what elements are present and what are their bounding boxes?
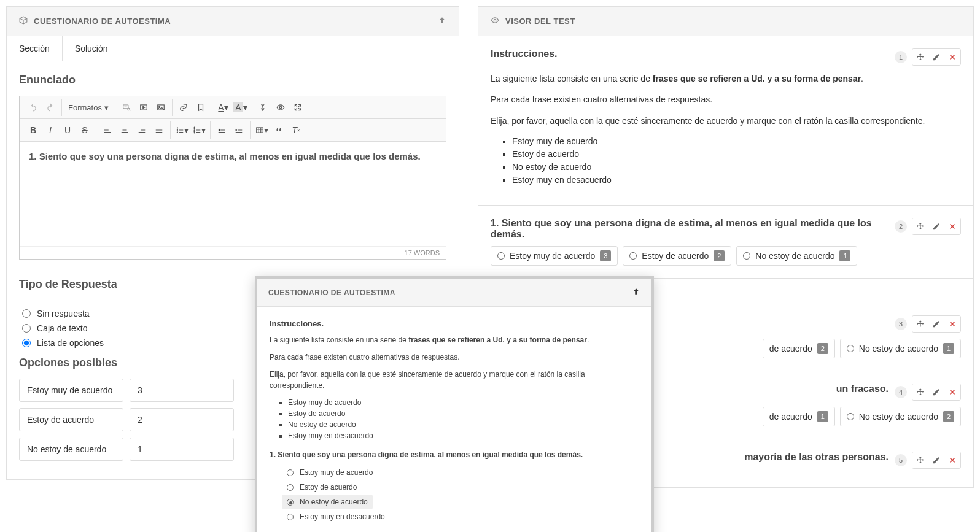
delete-icon[interactable] xyxy=(944,316,960,332)
modal-answer-option[interactable]: Estoy muy en desacuerdo xyxy=(282,509,639,524)
question-title: Instrucciones. xyxy=(491,48,889,60)
score-badge: 1 xyxy=(943,343,954,354)
modal-bullet-list: Estoy muy de acuerdo Estoy de acuerdo No… xyxy=(270,397,639,441)
svg-text:3: 3 xyxy=(193,131,195,134)
modal-answers: Estoy muy de acuerdo Estoy de acuerdo No… xyxy=(270,465,639,524)
formats-dropdown[interactable]: Formatos ▾ xyxy=(64,99,112,116)
question-text: Elija, por favor, aquella con la que est… xyxy=(491,114,961,128)
svg-point-7 xyxy=(177,132,177,133)
redo-icon[interactable] xyxy=(42,99,59,116)
score-badge: 1 xyxy=(817,411,828,422)
editor-toolbar: Formatos ▾ A ▾ A ▾ xyxy=(20,96,446,119)
number-list-icon[interactable]: 123 ▾ xyxy=(190,121,208,139)
align-left-icon[interactable] xyxy=(99,121,116,139)
rich-text-editor: Formatos ▾ A ▾ A ▾ xyxy=(19,96,446,260)
answer-chip[interactable]: No estoy de acuerdo1 xyxy=(736,246,857,266)
underline-icon[interactable]: U xyxy=(59,121,76,139)
delete-icon[interactable] xyxy=(944,384,960,400)
collapse-icon[interactable] xyxy=(438,16,446,26)
edit-icon[interactable] xyxy=(928,49,944,65)
answer-chip[interactable]: No estoy de acuerdo1 xyxy=(840,339,961,358)
text-color-icon[interactable]: A ▾ xyxy=(215,99,232,116)
visor-header: VISOR DEL TEST xyxy=(478,7,973,36)
bookmark-icon[interactable] xyxy=(192,99,209,116)
preview-modal: CUESTIONARIO DE AUTOESTIMA Instrucciones… xyxy=(255,276,654,532)
align-right-icon[interactable] xyxy=(133,121,150,139)
radio-icon xyxy=(287,499,294,506)
search-replace-icon[interactable] xyxy=(118,99,135,116)
question-number-badge: 5 xyxy=(895,454,907,466)
preview-icon[interactable] xyxy=(272,99,289,116)
modal-answer-option[interactable]: No estoy de acuerdo xyxy=(282,495,373,509)
radio-textbox[interactable] xyxy=(22,324,31,333)
question-text: La siguiente lista consiste en una serie… xyxy=(491,72,961,85)
bullet-list-icon[interactable]: ▾ xyxy=(173,121,190,139)
table-icon[interactable]: ▾ xyxy=(253,121,270,139)
option-text-input[interactable] xyxy=(19,438,123,461)
score-badge: 2 xyxy=(943,411,954,422)
editor-content-area[interactable]: 1. Siento que soy una persona digna de e… xyxy=(20,142,446,246)
score-badge: 2 xyxy=(817,343,828,354)
answer-chip[interactable]: Estoy muy de acuerdo3 xyxy=(491,246,618,266)
move-icon[interactable] xyxy=(912,218,928,234)
undo-icon[interactable] xyxy=(25,99,42,116)
radio-no-response[interactable] xyxy=(22,309,31,318)
modal-answer-option[interactable]: Estoy muy de acuerdo xyxy=(282,465,639,480)
delete-icon[interactable] xyxy=(944,49,960,65)
move-icon[interactable] xyxy=(912,384,928,400)
find-icon[interactable] xyxy=(255,99,272,116)
outdent-icon[interactable] xyxy=(213,121,230,139)
question-title: 1. Siento que soy una persona digna de e… xyxy=(491,218,889,240)
option-value-input[interactable] xyxy=(130,438,234,461)
modal-title: CUESTIONARIO DE AUTOESTIMA xyxy=(268,288,395,297)
option-value-input[interactable] xyxy=(130,408,234,431)
radio-label: Caja de texto xyxy=(37,323,88,333)
modal-text: Para cada frase existen cuatro alternati… xyxy=(270,352,639,363)
option-text-input[interactable] xyxy=(19,379,123,402)
option-value-input[interactable] xyxy=(130,379,234,402)
question-text: Para cada frase existen cuatro alternati… xyxy=(491,93,961,106)
svg-rect-11 xyxy=(256,128,263,133)
clear-format-icon[interactable]: T× xyxy=(287,121,305,139)
move-icon[interactable] xyxy=(912,316,928,332)
quote-icon[interactable] xyxy=(270,121,287,139)
radio-icon xyxy=(847,345,854,352)
collapse-icon[interactable] xyxy=(632,287,640,298)
answer-chip[interactable]: de acuerdo2 xyxy=(763,339,835,358)
edit-icon[interactable] xyxy=(928,452,944,468)
move-icon[interactable] xyxy=(912,452,928,468)
question-number-badge: 4 xyxy=(895,386,907,398)
move-icon[interactable] xyxy=(912,49,928,65)
indent-icon[interactable] xyxy=(230,121,247,139)
media-icon[interactable] xyxy=(135,99,152,116)
answer-chip[interactable]: No estoy de acuerdo2 xyxy=(840,407,961,426)
fullscreen-icon[interactable] xyxy=(289,99,306,116)
bold-icon[interactable]: B xyxy=(25,121,42,139)
italic-icon[interactable]: I xyxy=(42,121,59,139)
radio-icon xyxy=(287,514,294,520)
delete-icon[interactable] xyxy=(944,452,960,468)
answer-chip[interactable]: de acuerdo1 xyxy=(763,407,835,426)
radio-icon xyxy=(743,252,750,260)
statement-heading: Enunciado xyxy=(19,74,446,87)
answer-chip[interactable]: Estoy de acuerdo2 xyxy=(623,246,731,266)
edit-icon[interactable] xyxy=(928,316,944,332)
edit-icon[interactable] xyxy=(928,218,944,234)
strike-icon[interactable]: S xyxy=(76,121,93,139)
editor-toolbar-row2: B I U S ▾ 123 ▾ xyxy=(20,119,446,142)
link-icon[interactable] xyxy=(175,99,192,116)
modal-body: Instrucciones. La siguiente lista consis… xyxy=(257,307,651,532)
bg-color-icon[interactable]: A ▾ xyxy=(232,99,249,116)
modal-answer-option[interactable]: Estoy de acuerdo xyxy=(282,480,639,495)
eye-icon xyxy=(491,16,499,26)
tab-section[interactable]: Sección xyxy=(7,36,63,61)
delete-icon[interactable] xyxy=(944,218,960,234)
option-text-input[interactable] xyxy=(19,408,123,431)
svg-point-6 xyxy=(177,129,177,130)
image-icon[interactable] xyxy=(152,99,169,116)
radio-option-list[interactable] xyxy=(22,339,31,347)
edit-icon[interactable] xyxy=(928,384,944,400)
tab-solution[interactable]: Solución xyxy=(63,36,120,61)
align-center-icon[interactable] xyxy=(116,121,133,139)
align-justify-icon[interactable] xyxy=(150,121,168,139)
